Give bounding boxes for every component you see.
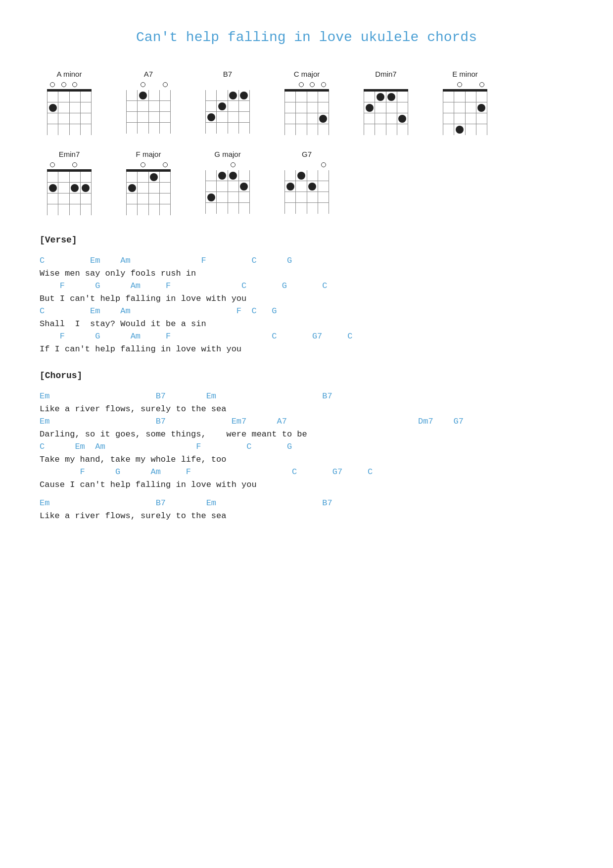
fret-cell — [70, 113, 81, 124]
fret-cell — [126, 183, 138, 193]
fret-cell — [476, 102, 487, 113]
fret-cell — [47, 204, 58, 215]
fret-cell — [318, 92, 329, 102]
chord-line: F G Am F C G C — [40, 280, 573, 292]
fret-cell — [386, 92, 397, 102]
fret-cell — [307, 92, 318, 102]
fret-cell — [454, 102, 465, 113]
fret-row — [205, 181, 250, 192]
fret-cell — [454, 124, 465, 135]
fret-row — [205, 112, 250, 123]
fret-cell — [296, 192, 307, 202]
fret-cell — [70, 102, 81, 113]
open-string-indicator — [287, 162, 292, 167]
fret-row — [284, 102, 329, 113]
finger-dot — [229, 92, 237, 99]
fret-row — [205, 192, 250, 203]
open-strings — [205, 160, 250, 169]
finger-dot — [240, 183, 248, 191]
fret-cell — [296, 181, 307, 192]
fret-cell — [58, 113, 69, 124]
fret-cell — [284, 92, 296, 102]
fret-cell — [318, 192, 329, 202]
chord-name: G major — [214, 150, 240, 158]
fret-cell — [217, 101, 228, 111]
fret-cell — [318, 124, 329, 135]
fret-cell — [476, 113, 487, 124]
open-string-indicator — [287, 82, 292, 87]
fret-cell — [239, 203, 250, 214]
chord-diagram-dmin7: Dmin7 — [356, 70, 416, 135]
fret-cell — [58, 102, 69, 113]
open-string-indicator — [299, 162, 304, 167]
chord-line: Em B7 Em B7 — [40, 497, 573, 509]
fret-cell — [476, 92, 487, 102]
finger-dot — [319, 115, 327, 123]
fret-cell — [296, 92, 307, 102]
fret-cell — [454, 92, 465, 102]
fret-row — [126, 193, 171, 204]
finger-dot — [128, 184, 136, 192]
fret-row — [284, 124, 329, 135]
finger-dot — [49, 104, 57, 112]
fret-cell — [149, 123, 160, 134]
chord-name: A minor — [57, 70, 82, 78]
fret-row — [47, 124, 92, 135]
fret-cell — [58, 124, 69, 135]
chord-grid — [47, 80, 92, 135]
chord-line: C Em Am F C G — [40, 305, 573, 317]
fret-grid — [443, 92, 487, 135]
fret-cell — [217, 192, 228, 202]
open-string-indicator — [468, 82, 473, 87]
chord-diagram-emin7: Emin7 — [40, 150, 99, 215]
chord-grid — [126, 160, 171, 215]
fret-cell — [126, 204, 138, 215]
fret-cell — [160, 204, 171, 215]
fret-cell — [126, 101, 138, 111]
finger-dot — [229, 172, 237, 180]
fret-cell — [70, 172, 81, 182]
fret-row — [364, 92, 408, 102]
open-string-indicator — [141, 162, 145, 167]
fret-cell — [205, 181, 217, 192]
fret-cell — [364, 113, 375, 124]
finger-dot — [139, 92, 147, 99]
fret-cell — [160, 193, 171, 204]
open-string-indicator — [141, 82, 145, 87]
open-strings — [284, 160, 329, 169]
fret-cell — [397, 102, 408, 113]
fret-cell — [307, 192, 318, 202]
finger-dot — [207, 193, 215, 201]
fret-cell — [149, 193, 160, 204]
open-string-indicator — [129, 162, 134, 167]
chord-line: Em B7 Em B7 — [40, 390, 573, 402]
chord-name: A7 — [144, 70, 153, 78]
lyric-line: But I can't help falling in love with yo… — [40, 292, 573, 305]
fret-row — [284, 170, 329, 181]
fret-grid — [284, 92, 329, 135]
section-lines: C Em Am F C GWise men say only fools rus… — [40, 255, 573, 356]
fret-cell — [47, 102, 58, 113]
lyric-line: Cause I can't help falling in love with … — [40, 478, 573, 491]
fret-cell — [318, 102, 329, 113]
fret-cell — [47, 172, 58, 182]
fret-grid — [205, 170, 250, 214]
fret-cell — [307, 170, 318, 181]
chord-diagrams-area: A minorA7B7C majorDmin7E minorEmin7F maj… — [40, 70, 573, 215]
open-string-indicator — [321, 82, 326, 87]
chord-grid — [126, 80, 171, 134]
fret-cell — [217, 90, 228, 100]
open-string-indicator — [50, 82, 55, 87]
open-string-indicator — [242, 82, 247, 87]
fret-cell — [454, 113, 465, 124]
fret-row — [364, 124, 408, 135]
finger-dot — [456, 126, 464, 134]
fret-cell — [307, 124, 318, 135]
fret-cell — [81, 204, 92, 215]
section-label: [Verse] — [40, 235, 573, 245]
open-string-indicator — [378, 82, 383, 87]
fret-row — [443, 113, 487, 124]
open-string-indicator — [310, 82, 315, 87]
fret-row — [47, 193, 92, 204]
fret-cell — [296, 102, 307, 113]
